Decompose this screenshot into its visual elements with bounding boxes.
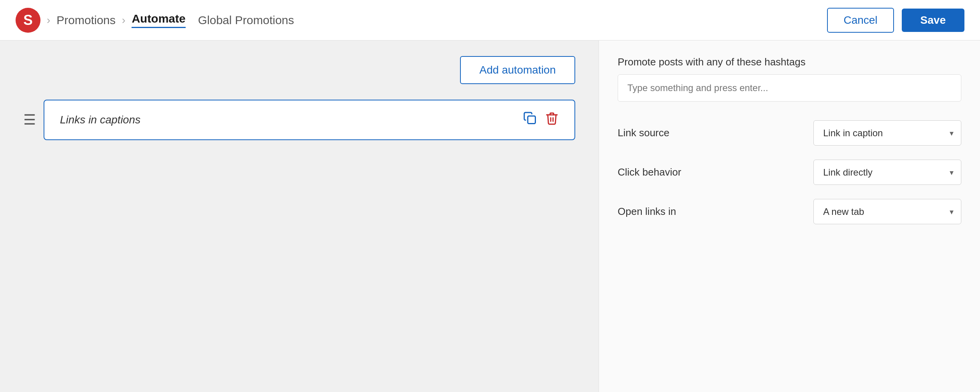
breadcrumb-global-promotions[interactable]: Global Promotions	[198, 14, 294, 27]
breadcrumb-arrow-1: ›	[47, 14, 50, 26]
link-source-row: Link source Link in caption Link directl…	[618, 120, 961, 146]
link-source-label: Link source	[618, 127, 669, 139]
automation-actions	[523, 111, 559, 128]
copy-icon[interactable]	[523, 111, 537, 128]
automation-name: Links in captions	[60, 114, 141, 126]
add-automation-button[interactable]: Add automation	[460, 56, 575, 84]
hashtags-section: Promote posts with any of these hashtags	[618, 56, 961, 102]
save-button[interactable]: Save	[902, 9, 964, 32]
open-links-label: Open links in	[618, 206, 676, 218]
add-automation-bar: Add automation	[23, 56, 575, 84]
click-behavior-select[interactable]: Link directly Link in caption A new tab	[813, 160, 961, 185]
right-panel: Promote posts with any of these hashtags…	[599, 40, 980, 392]
open-links-select-wrapper: A new tab Same tab ▾	[813, 199, 961, 224]
delete-icon[interactable]	[545, 111, 559, 128]
hashtags-label: Promote posts with any of these hashtags	[618, 56, 961, 68]
click-behavior-label: Click behavior	[618, 166, 681, 178]
breadcrumb-automate[interactable]: Automate	[132, 12, 185, 28]
link-source-select[interactable]: Link in caption Link directly A new tab	[813, 120, 961, 146]
content-area: Add automation ☰ Links in captions	[0, 40, 599, 392]
click-behavior-row: Click behavior Link directly Link in cap…	[618, 160, 961, 185]
header-right: Cancel Save	[827, 8, 964, 33]
logo-icon[interactable]: S	[16, 8, 40, 33]
hashtag-input[interactable]	[618, 74, 961, 102]
svg-rect-0	[528, 116, 536, 124]
header: S › Promotions › Automate Global Promoti…	[0, 0, 980, 40]
open-links-select[interactable]: A new tab Same tab	[813, 199, 961, 224]
main-layout: Add automation ☰ Links in captions	[0, 40, 980, 392]
click-behavior-select-wrapper: Link directly Link in caption A new tab …	[813, 160, 961, 185]
cancel-button[interactable]: Cancel	[827, 8, 894, 33]
link-source-select-wrapper: Link in caption Link directly A new tab …	[813, 120, 961, 146]
breadcrumb-arrow-2: ›	[122, 14, 125, 26]
open-links-row: Open links in A new tab Same tab ▾	[618, 199, 961, 224]
breadcrumb-promotions[interactable]: Promotions	[56, 14, 116, 27]
automation-row: ☰ Links in captions	[23, 100, 575, 140]
automation-card[interactable]: Links in captions	[44, 100, 575, 140]
drag-handle-icon[interactable]: ☰	[23, 112, 36, 128]
header-left: S › Promotions › Automate Global Promoti…	[16, 8, 294, 33]
